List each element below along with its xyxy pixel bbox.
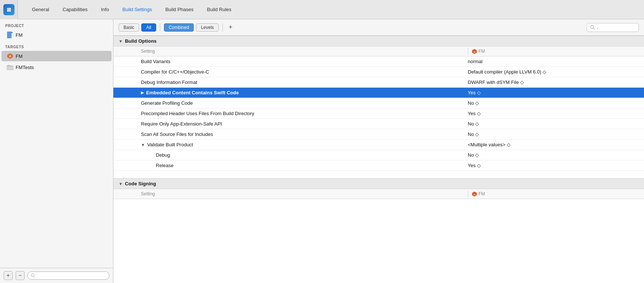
- header-fm-text: FM: [479, 49, 485, 54]
- svg-point-9: [591, 26, 594, 29]
- value-text: No ◇: [468, 152, 479, 158]
- svg-line-10: [593, 28, 595, 29]
- embedded-expand-arrow: ▶: [141, 90, 144, 95]
- nav-build-phases[interactable]: Build Phases: [159, 4, 200, 14]
- setting-precompiled: Precompiled Header Uses Files From Build…: [119, 111, 468, 116]
- app-icon: ⊠: [0, 0, 18, 19]
- build-settings-table: ▼ Build Options Setting A FM Build Varia…: [113, 36, 644, 283]
- svg-text:A: A: [9, 55, 11, 58]
- setting-compiler: Compiler for C/C++/Objective-C: [119, 69, 468, 75]
- combined-button[interactable]: Combined: [164, 23, 194, 32]
- row-release[interactable]: Release Yes ◇: [113, 160, 644, 171]
- section-spacer: [113, 171, 644, 178]
- fmtests-target-label: FMTests: [16, 65, 34, 70]
- search-icon: [590, 25, 595, 30]
- row-build-variants[interactable]: Build Variants normal: [113, 56, 644, 67]
- sidebar-item-fmtests-target[interactable]: FMTests: [1, 62, 112, 72]
- toolbar: Basic All Combined Levels + ⌄: [113, 19, 644, 36]
- all-button[interactable]: All: [141, 23, 156, 32]
- cs-header-fm-icon: A: [472, 191, 477, 196]
- value-validate: <Multiple values> ◇: [468, 142, 639, 147]
- svg-line-8: [34, 277, 35, 278]
- project-file-icon: [7, 32, 13, 38]
- sidebar-item-project[interactable]: FM: [1, 30, 112, 40]
- row-validate-product[interactable]: ▼ Validate Built Product <Multiple value…: [113, 140, 644, 150]
- value-text: No ◇: [468, 121, 479, 127]
- value-scan-files: No ◇: [468, 131, 639, 137]
- sidebar: PROJECT FM TARGETS A: [0, 19, 113, 283]
- nav-general[interactable]: General: [25, 4, 56, 14]
- row-precompiled-header[interactable]: Precompiled Header Uses Files From Build…: [113, 108, 644, 119]
- sidebar-bottom: + −: [0, 268, 113, 283]
- header-value-label: A FM: [468, 48, 639, 55]
- search-chevron: ⌄: [596, 25, 599, 30]
- setting-validate: ▼ Validate Built Product: [119, 142, 468, 147]
- fmtests-target-icon: [7, 64, 13, 71]
- value-text: <Multiple values> ◇: [468, 142, 511, 147]
- add-setting-button[interactable]: +: [226, 23, 235, 31]
- header-setting-label: Setting: [119, 49, 468, 54]
- value-text: normal: [468, 59, 483, 64]
- nav-build-settings[interactable]: Build Settings: [116, 4, 159, 14]
- toolbar-separator-1: [160, 23, 160, 32]
- svg-rect-6: [7, 65, 10, 66]
- levels-button[interactable]: Levels: [196, 23, 219, 32]
- nav-capabilities[interactable]: Capabilities: [56, 4, 94, 14]
- validate-expand-arrow: ▼: [141, 143, 145, 147]
- code-signing-title: Code Signing: [125, 181, 156, 186]
- value-text: No ◇: [468, 100, 479, 106]
- validate-label: Validate Built Product: [147, 142, 193, 147]
- cs-header-fm-text: FM: [479, 191, 485, 196]
- nav-info[interactable]: Info: [94, 4, 116, 14]
- cs-col-separator: [468, 191, 468, 197]
- svg-text:A: A: [474, 193, 476, 196]
- build-options-header-row: Setting A FM: [113, 46, 644, 56]
- targets-section-title: TARGETS: [0, 40, 113, 51]
- row-debug-info-format[interactable]: Debug Information Format DWARF with dSYM…: [113, 77, 644, 88]
- search-box[interactable]: ⌄: [587, 23, 639, 32]
- code-signing-section-header[interactable]: ▼ Code Signing: [113, 178, 644, 189]
- row-scan-files[interactable]: Scan All Source Files for Includes No ◇: [113, 129, 644, 140]
- xcode-icon: ⊠: [3, 4, 15, 15]
- value-text: Default compiler (Apple LLVM 6.0) ◇: [468, 69, 546, 75]
- build-options-title: Build Options: [125, 38, 157, 44]
- value-embedded-content: Yes ◇: [468, 90, 639, 95]
- project-label: FM: [16, 32, 23, 38]
- build-options-section-header[interactable]: ▼ Build Options: [113, 36, 644, 46]
- setting-debug: Debug: [119, 152, 468, 158]
- fm-target-icon: A: [7, 53, 13, 59]
- svg-text:A: A: [474, 51, 476, 53]
- sidebar-item-fm-target[interactable]: A FM: [1, 51, 112, 61]
- row-profiling[interactable]: Generate Profiling Code No ◇: [113, 98, 644, 108]
- setting-profiling: Generate Profiling Code: [119, 100, 468, 106]
- row-compiler[interactable]: Compiler for C/C++/Objective-C Default c…: [113, 67, 644, 77]
- row-embedded-content[interactable]: ▶ Embedded Content Contains Swift Code Y…: [113, 88, 644, 98]
- content-area: Basic All Combined Levels + ⌄ ▼ Build Op…: [113, 19, 644, 283]
- value-debug-info: DWARF with dSYM File ◇: [468, 79, 639, 85]
- setting-embedded-content: ▶ Embedded Content Contains Swift Code: [119, 90, 468, 95]
- nav-build-rules[interactable]: Build Rules: [200, 4, 238, 14]
- filter-search-icon: [31, 273, 35, 278]
- col-separator: [468, 48, 468, 55]
- value-build-variants: normal: [468, 59, 639, 64]
- embedded-content-label: Embedded Content Contains Swift Code: [146, 90, 239, 95]
- top-nav: General Capabilities Info Build Settings…: [18, 0, 644, 19]
- project-section-title: PROJECT: [0, 19, 113, 29]
- build-options-collapse-arrow: ▼: [119, 39, 123, 43]
- add-target-button[interactable]: +: [4, 271, 13, 280]
- row-app-extension[interactable]: Require Only App-Extension-Safe API No ◇: [113, 119, 644, 129]
- code-signing-header-row: Setting A FM: [113, 189, 644, 199]
- fm-target-label: FM: [16, 53, 23, 59]
- svg-rect-0: [7, 32, 12, 38]
- svg-marker-2: [12, 32, 13, 33]
- remove-target-button[interactable]: −: [16, 271, 25, 280]
- sidebar-filter[interactable]: [28, 271, 109, 280]
- value-release: Yes ◇: [468, 163, 639, 168]
- value-text: No ◇: [468, 131, 479, 137]
- setting-scan-files: Scan All Source Files for Includes: [119, 131, 468, 137]
- row-debug[interactable]: Debug No ◇: [113, 150, 644, 160]
- value-text: Yes ◇: [468, 163, 481, 168]
- setting-build-variants: Build Variants: [119, 59, 468, 64]
- value-profiling: No ◇: [468, 100, 639, 106]
- basic-button[interactable]: Basic: [119, 23, 139, 32]
